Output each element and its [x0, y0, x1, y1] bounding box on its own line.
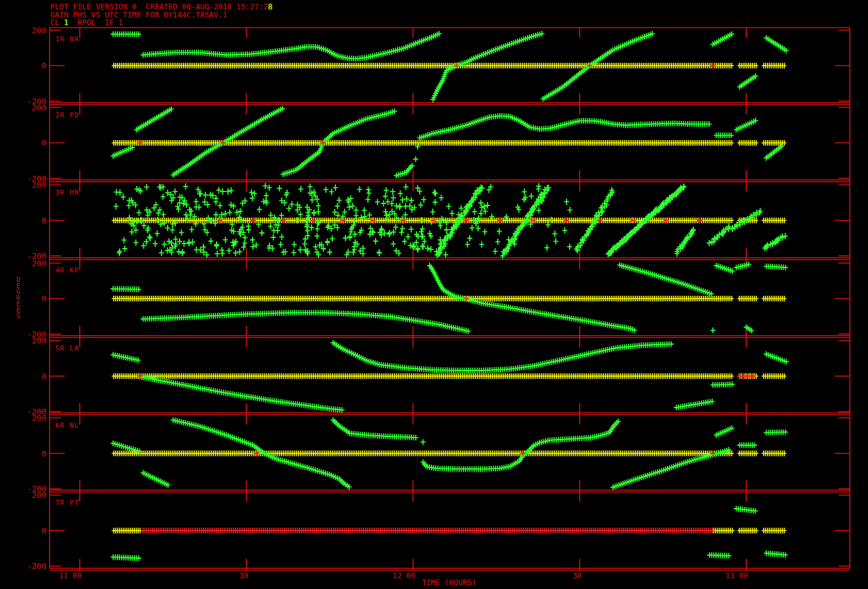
y-tick-label: 0 — [41, 526, 46, 536]
x-axis-title: TIME (HOURS) — [422, 578, 477, 587]
y-tick-label: 0 — [41, 216, 46, 225]
y-tick-label: 200 — [32, 259, 46, 268]
panel-label: 2R FD — [55, 111, 79, 119]
panel-label: 1R BR — [55, 35, 79, 43]
panel-label: 4R KP — [55, 266, 79, 274]
x-tick-label: 30 — [573, 571, 582, 580]
zero-phase-line-flagged — [141, 528, 714, 534]
x-tick-label: 30 — [239, 571, 248, 580]
panel-label: 6R NL — [55, 421, 79, 430]
y-tick-label: 0 — [41, 372, 46, 381]
aips-plot-screen: PLOT FILE VERSION 0 CREATED 08-AUG-2018 … — [0, 0, 868, 589]
y-tick-label: 0 — [41, 449, 46, 458]
zero-phase-line — [112, 296, 787, 301]
y-tick-label: 200 — [32, 180, 46, 190]
y-axis-title-letter: S — [15, 313, 21, 320]
panel-label: 3R HN — [55, 188, 79, 197]
plot-svg: 2000-2001R BR2000-2002R FD2000-2003R HN2… — [0, 0, 868, 589]
y-tick-label: 200 — [32, 26, 46, 35]
y-tick-label: -200 — [27, 561, 46, 571]
y-tick-label: 200 — [32, 103, 46, 112]
y-tick-label: 200 — [32, 336, 46, 345]
x-tick-label: 12 00 — [393, 571, 415, 580]
gain-phase-markers — [111, 506, 788, 561]
zero-phase-line — [112, 374, 787, 379]
panel-label: 7R PT — [55, 499, 79, 507]
zero-phase-line — [112, 451, 787, 457]
panel-label: 5R LA — [55, 344, 79, 352]
y-tick-label: 200 — [32, 490, 46, 500]
zero-phase-line — [112, 63, 787, 68]
y-tick-label: 0 — [41, 61, 46, 70]
x-tick-label: 13 00 — [725, 571, 748, 580]
y-tick-label: 0 — [41, 138, 46, 148]
x-tick-label: 11 00 — [59, 571, 82, 580]
y-tick-label: 0 — [41, 294, 46, 303]
zero-phase-line — [112, 140, 787, 146]
y-tick-label: 200 — [32, 413, 46, 423]
y-axis-title: DEGREES — [15, 277, 21, 320]
